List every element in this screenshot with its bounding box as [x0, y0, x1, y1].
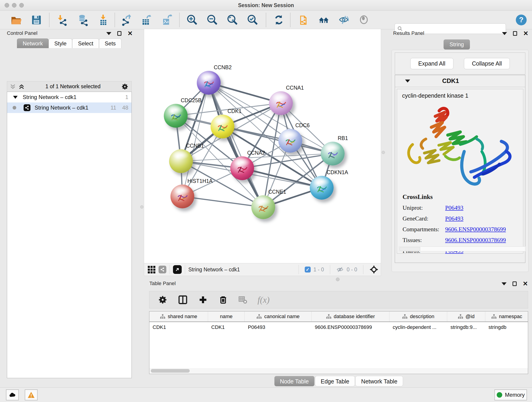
panel-maximize-icon[interactable]: [513, 281, 517, 286]
panel-close-icon[interactable]: ✕: [127, 31, 133, 36]
cell-name[interactable]: CDK1: [208, 322, 245, 332]
open-folder-button[interactable]: [9, 13, 23, 27]
cell-database-identifier[interactable]: 9606.ENSP00000378699: [312, 322, 389, 332]
table-hscrollbar-thumb[interactable]: [151, 369, 190, 373]
expand-all-icon[interactable]: [18, 83, 25, 90]
table-row[interactable]: CDK1CDK1P064939606.ENSP00000378699cyclin…: [149, 322, 528, 332]
warnings-button[interactable]: [25, 389, 38, 400]
node-CCNE1[interactable]: [251, 195, 275, 219]
tab-sets[interactable]: Sets: [99, 38, 121, 48]
import-database-button[interactable]: [76, 13, 90, 27]
left-splitter-grip[interactable]: [140, 205, 143, 209]
column-header-database-identifier[interactable]: database identifier: [312, 312, 389, 322]
cloud-button[interactable]: [6, 389, 19, 400]
export-image-button[interactable]: [160, 13, 174, 27]
selected-nodes-checkbox-icon[interactable]: ✓: [305, 267, 311, 273]
delete-table-icon[interactable]: [238, 295, 247, 305]
network-row[interactable]: String Network – cdk1 11 48: [7, 102, 132, 113]
detach-view-icon[interactable]: [173, 265, 182, 274]
collection-expander-icon[interactable]: [13, 96, 18, 99]
column-header-name[interactable]: name: [208, 312, 245, 322]
cell-canonical-name[interactable]: P06493: [245, 322, 312, 332]
edge-CDK1-RB1[interactable]: [222, 127, 333, 153]
crosslink-link[interactable]: P06493: [445, 215, 463, 222]
panel-close-icon[interactable]: ✕: [523, 281, 528, 286]
right-splitter-grip[interactable]: [382, 151, 385, 154]
collapse-all-icon[interactable]: [9, 83, 16, 90]
zoom-fit-button[interactable]: [225, 13, 240, 27]
panel-close-icon[interactable]: ✕: [523, 31, 528, 36]
view-grid-icon[interactable]: [148, 266, 155, 274]
node-CCNB2[interactable]: [197, 71, 221, 95]
node-CDC25B[interactable]: [164, 104, 188, 128]
column-header--id[interactable]: @id: [447, 312, 485, 322]
tab-select[interactable]: Select: [72, 38, 99, 48]
panel-float-icon[interactable]: [106, 32, 111, 35]
crosslink-link[interactable]: P06493: [445, 204, 463, 211]
expand-all-button[interactable]: Expand All: [410, 58, 453, 69]
node-CCNA1[interactable]: [269, 91, 293, 115]
collapse-all-button[interactable]: Collapse All: [464, 58, 510, 69]
birds-eye-icon[interactable]: [158, 266, 166, 274]
home-button[interactable]: [317, 13, 331, 27]
tab-node-table[interactable]: Node Table: [274, 376, 315, 386]
import-table-button[interactable]: [96, 13, 110, 27]
table-options-gear-icon[interactable]: [158, 295, 168, 305]
node-CDC6[interactable]: [278, 129, 302, 153]
node-RB1[interactable]: [321, 142, 345, 166]
export-network-button[interactable]: [119, 13, 133, 27]
node-CCNA2[interactable]: [230, 156, 254, 180]
panel-float-icon[interactable]: [501, 282, 507, 285]
cell-description[interactable]: cyclin-dependent ...: [389, 322, 447, 332]
crosslink-link[interactable]: 9606.ENSP00000378699: [445, 226, 506, 233]
help-button[interactable]: ?: [514, 13, 528, 27]
add-column-icon[interactable]: [198, 295, 208, 305]
memory-button[interactable]: Memory: [494, 389, 527, 400]
network-canvas[interactable]: CCNB2CCNA1CDC25BCDK1CDC6RB1CCNB1CCNA2CDK…: [144, 29, 381, 263]
tab-style[interactable]: Style: [49, 38, 72, 48]
zoom-in-button[interactable]: [185, 13, 199, 27]
node-HIST1H1A[interactable]: [171, 185, 194, 208]
show-columns-icon[interactable]: [178, 295, 188, 305]
cell--id[interactable]: stringdb:9...: [447, 322, 485, 332]
export-table-button[interactable]: [139, 13, 153, 27]
column-header-canonical-name[interactable]: canonical name: [245, 312, 312, 322]
refresh-button[interactable]: [272, 13, 286, 27]
crosslink-link[interactable]: 9606.ENSP00000378699: [445, 237, 506, 244]
svg-text:?: ?: [519, 16, 523, 24]
node-CCNB1[interactable]: [169, 149, 193, 173]
cell-namespac[interactable]: stringdb: [485, 322, 528, 332]
fit-content-crosshair-icon[interactable]: [369, 265, 379, 274]
panel-maximize-icon[interactable]: [117, 31, 121, 36]
zoom-out-button[interactable]: [205, 13, 220, 27]
edge-HIST1H1A-CCNE1[interactable]: [182, 196, 263, 207]
column-header-shared-name[interactable]: shared name: [149, 312, 208, 322]
panel-maximize-icon[interactable]: [513, 31, 517, 36]
zoom-out-icon: [206, 14, 219, 26]
node-CDK1[interactable]: [210, 115, 234, 138]
tab-network[interactable]: Network: [17, 38, 49, 48]
delete-column-trash-icon[interactable]: [218, 295, 228, 305]
table-hscrollbar[interactable]: [149, 368, 528, 374]
save-button[interactable]: [29, 13, 44, 27]
column-header-namespac[interactable]: namespac: [485, 312, 528, 322]
main-toolbar: ?: [0, 11, 532, 29]
zoom-selected-button[interactable]: [246, 13, 260, 27]
tab-string[interactable]: String: [443, 39, 470, 50]
network-collection-row[interactable]: String Network – cdk1 1: [7, 92, 132, 102]
hide-panel-eye-button[interactable]: [337, 13, 351, 27]
edge-CCNB2-CCNE1[interactable]: [209, 83, 263, 207]
column-header-description[interactable]: description: [389, 312, 447, 322]
tab-network-table[interactable]: Network Table: [355, 376, 403, 386]
results-scrollbar[interactable]: [399, 246, 525, 251]
entry-expander-icon[interactable]: [405, 80, 410, 83]
panel-float-icon[interactable]: [502, 32, 507, 35]
cell-shared-name[interactable]: CDK1: [149, 322, 208, 332]
import-network-button[interactable]: [55, 13, 69, 27]
tab-edge-table[interactable]: Edge Table: [315, 376, 355, 386]
function-builder-icon[interactable]: f(x): [258, 295, 270, 305]
node-CDKN1A[interactable]: [310, 176, 334, 200]
network-options-gear-icon[interactable]: [121, 83, 129, 90]
share-document-button[interactable]: [297, 13, 311, 27]
show-panel-eye-button[interactable]: [357, 13, 372, 27]
